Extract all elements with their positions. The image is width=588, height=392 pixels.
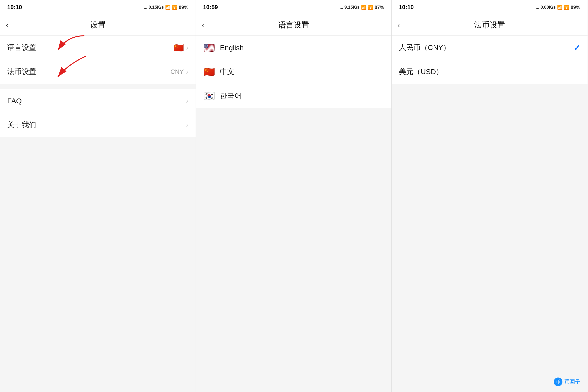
lang-label-english: English <box>220 44 244 52</box>
app-header-2: ‹ 语言设置 <box>196 14 391 36</box>
check-icon-cny: ✓ <box>574 43 580 52</box>
status-icons-3: ... 0.00K/s 📶 🛜 89% <box>536 4 580 10</box>
language-setting-right: 🇨🇳 › <box>174 43 188 52</box>
faq-chevron: › <box>186 97 188 105</box>
network-speed-2: ... 9.15K/s <box>339 5 360 10</box>
about-chevron: › <box>186 121 188 129</box>
wifi-icon-2: 🛜 <box>368 4 373 10</box>
currency-setting-item[interactable]: 法币设置 CNY › <box>0 60 196 84</box>
gray-background-1 <box>0 137 196 392</box>
back-button-1[interactable]: ‹ <box>6 20 8 30</box>
time-1: 10:10 <box>7 4 22 10</box>
language-setting-label: 语言设置 <box>7 43 36 52</box>
status-bar-3: 10:10 ... 0.00K/s 📶 🛜 89% <box>392 0 588 14</box>
back-button-2[interactable]: ‹ <box>202 20 204 30</box>
panel-settings: 10:10 ... 0.15K/s 📶 🛜 89% ‹ 设置 语言设置 🇨🇳 › <box>0 0 196 392</box>
watermark-text: 币圈子 <box>564 378 580 386</box>
language-flag: 🇨🇳 <box>174 43 184 52</box>
currency-chevron: › <box>186 68 188 76</box>
language-row-wrapper: 语言设置 🇨🇳 › <box>0 36 196 60</box>
language-korean[interactable]: 🇰🇷 한국어 <box>196 84 391 108</box>
signal-icon-1: 📶 <box>165 4 171 10</box>
currency-usd[interactable]: 美元（USD） <box>392 60 588 84</box>
gray-background-3 <box>392 84 588 392</box>
status-bar-2: 10:59 ... 9.15K/s 📶 🛜 87% <box>196 0 391 14</box>
flag-kr: 🇰🇷 <box>203 91 215 102</box>
watermark: 币 币圈子 <box>554 378 580 386</box>
about-us-label: 关于我们 <box>7 120 36 130</box>
faq-item[interactable]: FAQ › <box>0 89 196 113</box>
currency-setting-label: 法币设置 <box>7 67 36 77</box>
time-3: 10:10 <box>399 4 414 10</box>
lang-label-chinese: 中文 <box>220 67 235 77</box>
lang-label-korean: 한국어 <box>220 91 242 101</box>
currency-setting-right: CNY › <box>171 68 188 76</box>
language-english[interactable]: 🇺🇸 English <box>196 36 391 60</box>
language-list: 🇺🇸 English 🇨🇳 中文 🇰🇷 한국어 <box>196 36 391 108</box>
battery-3: 89% <box>571 4 580 10</box>
settings-menu: 语言设置 🇨🇳 › 法币设置 CNY <box>0 36 196 392</box>
watermark-logo-text: 币 <box>556 379 560 385</box>
section-divider-1 <box>0 84 196 89</box>
network-speed-1: ... 0.15K/s <box>144 5 164 10</box>
battery-2: 87% <box>374 4 384 10</box>
page-title-3: 法币设置 <box>474 20 505 30</box>
page-title-2: 语言设置 <box>278 20 309 30</box>
currency-row-wrapper: 法币设置 CNY › <box>0 60 196 84</box>
currency-current-value: CNY <box>171 68 184 76</box>
panel-language: 10:59 ... 9.15K/s 📶 🛜 87% ‹ 语言设置 🇺🇸 Engl… <box>196 0 392 392</box>
faq-label: FAQ <box>7 97 22 105</box>
signal-icon-2: 📶 <box>361 4 366 10</box>
currency-list: 人民币（CNY） ✓ 美元（USD） <box>392 36 588 84</box>
wifi-icon-3: 🛜 <box>564 4 569 10</box>
signal-icon-3: 📶 <box>557 4 563 10</box>
currency-cny[interactable]: 人民币（CNY） ✓ <box>392 36 588 60</box>
currency-cny-label: 人民币（CNY） <box>399 43 450 52</box>
wifi-icon-1: 🛜 <box>172 4 177 10</box>
network-speed-3: ... 0.00K/s <box>536 5 556 10</box>
language-setting-item[interactable]: 语言设置 🇨🇳 › <box>0 36 196 60</box>
currency-usd-label: 美元（USD） <box>399 67 443 77</box>
gray-background-2 <box>196 108 391 392</box>
status-icons-2: ... 9.15K/s 📶 🛜 87% <box>339 4 384 10</box>
time-2: 10:59 <box>203 4 218 10</box>
flag-us: 🇺🇸 <box>203 42 215 53</box>
status-icons-1: ... 0.15K/s 📶 🛜 89% <box>144 4 188 10</box>
battery-1: 89% <box>179 4 188 10</box>
watermark-logo: 币 <box>554 378 563 386</box>
app-header-1: ‹ 设置 <box>0 14 196 36</box>
back-button-3[interactable]: ‹ <box>397 20 400 30</box>
language-chinese[interactable]: 🇨🇳 中文 <box>196 60 391 84</box>
language-chevron: › <box>186 44 188 52</box>
status-bar-1: 10:10 ... 0.15K/s 📶 🛜 89% <box>0 0 196 14</box>
flag-cn: 🇨🇳 <box>203 66 215 77</box>
app-header-3: ‹ 法币设置 <box>392 14 588 36</box>
page-title-1: 设置 <box>90 20 106 30</box>
panel-currency: 10:10 ... 0.00K/s 📶 🛜 89% ‹ 法币设置 人民币（CNY… <box>392 0 588 392</box>
about-us-item[interactable]: 关于我们 › <box>0 113 196 137</box>
